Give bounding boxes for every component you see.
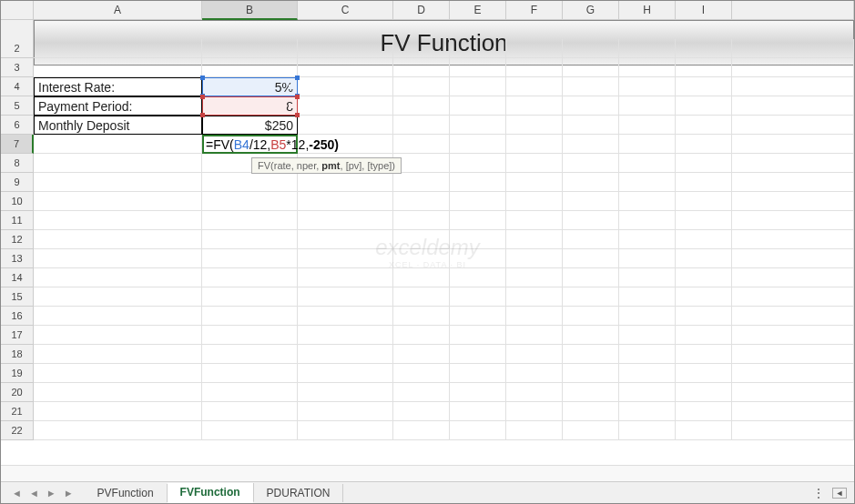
cell-D3[interactable] (393, 58, 450, 77)
cell-A16[interactable] (34, 307, 202, 326)
cell-F21[interactable] (506, 402, 563, 421)
cell-E12[interactable] (450, 230, 506, 249)
cell-H16[interactable] (619, 307, 676, 326)
cell-I21[interactable] (676, 402, 732, 421)
cell-I2[interactable] (676, 39, 732, 58)
cell-H21[interactable] (619, 402, 676, 421)
cell-F10[interactable] (506, 192, 563, 211)
row-header-5[interactable]: 5 (1, 96, 34, 116)
cell-I12[interactable] (676, 230, 732, 249)
cell-E5[interactable] (450, 96, 506, 116)
cell-F6[interactable] (506, 116, 563, 135)
cell-E2[interactable] (450, 39, 506, 58)
cell-C22[interactable] (298, 421, 393, 440)
cell-I5[interactable] (676, 96, 732, 116)
cell-G5[interactable] (563, 96, 619, 116)
cell-A9[interactable] (34, 173, 202, 192)
cell-C18[interactable] (298, 345, 393, 364)
cell-E8[interactable] (450, 154, 506, 173)
cell-B4-ref[interactable]: 5% (202, 77, 298, 96)
row-header-6[interactable]: 6 (1, 116, 34, 135)
cell-E7[interactable] (450, 135, 506, 154)
row-header-12[interactable]: 12 (1, 230, 34, 249)
cell-F17[interactable] (506, 326, 563, 345)
cell-B3[interactable] (202, 58, 298, 77)
cell-H13[interactable] (619, 249, 676, 268)
cell-E22[interactable] (450, 421, 506, 440)
cell-A13[interactable] (34, 249, 202, 268)
cell-B15[interactable] (202, 287, 298, 307)
cell-I22[interactable] (676, 421, 732, 440)
tab-pduration[interactable]: PDURATION (254, 484, 344, 502)
cell-F13[interactable] (506, 249, 563, 268)
cell-H12[interactable] (619, 230, 676, 249)
cell-H11[interactable] (619, 211, 676, 230)
cell-I18[interactable] (676, 345, 732, 364)
cell-A7[interactable] (34, 135, 202, 154)
row-header-8[interactable]: 8 (1, 154, 34, 173)
cell-H20[interactable] (619, 383, 676, 402)
cell-F19[interactable] (506, 364, 563, 383)
cell-D7[interactable] (393, 135, 450, 154)
cell-G15[interactable] (563, 287, 619, 307)
cell-I16[interactable] (676, 307, 732, 326)
col-header-A[interactable]: A (34, 1, 202, 20)
cell-I17[interactable] (676, 326, 732, 345)
cell-E20[interactable] (450, 383, 506, 402)
cell-H8[interactable] (619, 154, 676, 173)
cell-C17[interactable] (298, 326, 393, 345)
cell-E19[interactable] (450, 364, 506, 383)
cell-G21[interactable] (563, 402, 619, 421)
cell-E3[interactable] (450, 58, 506, 77)
cell-C10[interactable] (298, 192, 393, 211)
cell-C13[interactable] (298, 249, 393, 268)
cell-A3[interactable] (34, 58, 202, 77)
cell-B16[interactable] (202, 307, 298, 326)
cell-G7[interactable] (563, 135, 619, 154)
cell-I7[interactable] (676, 135, 732, 154)
cell-A2[interactable] (34, 39, 202, 58)
col-header-G[interactable]: G (563, 1, 619, 20)
cell-G3[interactable] (563, 58, 619, 77)
row-header-16[interactable]: 16 (1, 307, 34, 326)
row-header-7[interactable]: 7 (1, 135, 34, 154)
cell-D4[interactable] (393, 77, 450, 96)
cell-E21[interactable] (450, 402, 506, 421)
row-header-11[interactable]: 11 (1, 211, 34, 230)
cell-D12[interactable] (393, 230, 450, 249)
cell-G10[interactable] (563, 192, 619, 211)
col-header-B[interactable]: B (202, 1, 298, 20)
cell-G13[interactable] (563, 249, 619, 268)
hscroll-left-icon[interactable]: ◄ (832, 488, 847, 499)
col-header-D[interactable]: D (393, 1, 450, 20)
cell-I13[interactable] (676, 249, 732, 268)
cell-E11[interactable] (450, 211, 506, 230)
cell-E15[interactable] (450, 287, 506, 307)
cell-B22[interactable] (202, 421, 298, 440)
cell-B12[interactable] (202, 230, 298, 249)
cell-A15[interactable] (34, 287, 202, 307)
cell-C9[interactable] (298, 173, 393, 192)
cell-D15[interactable] (393, 287, 450, 307)
cell-G16[interactable] (563, 307, 619, 326)
tab-nav-first-icon[interactable]: ◄ (12, 488, 22, 499)
cell-B5-ref[interactable]: 8 (202, 96, 298, 116)
row-header-4[interactable]: 4 (1, 77, 34, 96)
cell-D22[interactable] (393, 421, 450, 440)
cell-I6[interactable] (676, 116, 732, 135)
row-header-17[interactable]: 17 (1, 326, 34, 345)
cell-G18[interactable] (563, 345, 619, 364)
cell-F2[interactable] (506, 39, 563, 58)
cell-I15[interactable] (676, 287, 732, 307)
cell-D17[interactable] (393, 326, 450, 345)
row-header-21[interactable]: 21 (1, 402, 34, 421)
col-header-C[interactable]: C (298, 1, 393, 20)
cell-B7-formula[interactable]: =FV(B4/12,B5*12,-250) (202, 135, 298, 154)
cell-D19[interactable] (393, 364, 450, 383)
cell-E16[interactable] (450, 307, 506, 326)
cell-F16[interactable] (506, 307, 563, 326)
cell-G19[interactable] (563, 364, 619, 383)
cell-H10[interactable] (619, 192, 676, 211)
cell-F8[interactable] (506, 154, 563, 173)
cell-C14[interactable] (298, 268, 393, 287)
